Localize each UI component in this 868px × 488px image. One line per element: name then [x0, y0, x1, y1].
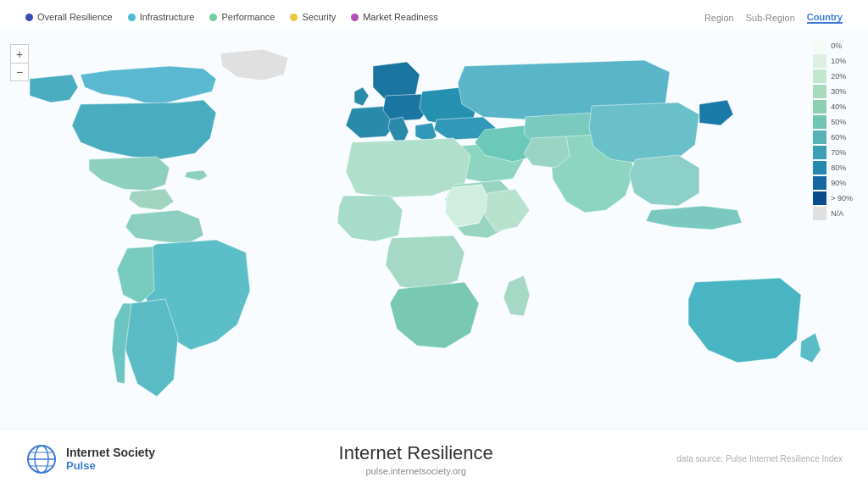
zoom-in-button[interactable]: + — [10, 44, 29, 63]
legend-security[interactable]: Security — [290, 12, 336, 22]
legend-dot-market — [351, 14, 359, 21]
logo-pulse: Pulse — [66, 459, 155, 472]
legend-dot-security — [290, 14, 298, 21]
scale-90: 90% — [813, 175, 853, 191]
filter-region[interactable]: Region — [704, 13, 734, 23]
zoom-controls: + − — [10, 44, 29, 81]
legend-label-infrastructure: Infrastructure — [140, 12, 195, 22]
scale-80: 80% — [813, 160, 853, 175]
scale-box-80 — [813, 161, 826, 175]
legend-dot-performance — [209, 14, 217, 21]
world-map[interactable] — [0, 0, 868, 488]
zoom-out-button[interactable]: − — [10, 63, 29, 81]
scale-box-40 — [813, 100, 826, 114]
scale-box-50 — [813, 115, 826, 129]
legend-label-performance: Performance — [221, 12, 275, 22]
color-scale-legend: 0% 10% 20% 30% 40% 50% 60% 70% 80% 90% >… — [813, 38, 853, 221]
scale-box-70 — [813, 146, 826, 159]
bottom-bar: Internet Society Pulse Internet Resilien… — [0, 429, 868, 488]
scale-60: 60% — [813, 130, 853, 145]
legend-performance[interactable]: Performance — [209, 12, 275, 22]
top-filter: Region Sub-Region Country — [704, 12, 843, 24]
scale-box-na — [813, 207, 826, 220]
filter-country[interactable]: Country — [807, 12, 843, 24]
map-container[interactable] — [0, 0, 868, 488]
legend-label-market: Market Readiness — [363, 12, 438, 22]
scale-box-90 — [813, 176, 826, 190]
logo-area: Internet Society Pulse — [25, 443, 155, 475]
filter-subregion[interactable]: Sub-Region — [746, 13, 795, 23]
scale-box-0 — [813, 39, 826, 53]
scale-40: 40% — [813, 99, 853, 114]
scale-box-60 — [813, 130, 826, 144]
legend-label-overall: Overall Resilience — [37, 12, 113, 22]
legend-dot-overall — [25, 14, 33, 21]
scale-na: N/A — [813, 206, 853, 221]
country-china[interactable] — [589, 103, 699, 164]
logo-icon — [25, 443, 58, 475]
top-legend: Overall Resilience Infrastructure Perfor… — [25, 12, 438, 22]
legend-infrastructure[interactable]: Infrastructure — [128, 12, 195, 22]
legend-market[interactable]: Market Readiness — [351, 12, 438, 22]
scale-box-30 — [813, 85, 826, 98]
scale-30: 30% — [813, 84, 853, 99]
scale-70: 70% — [813, 145, 853, 160]
logo-name: Internet Society — [66, 446, 155, 459]
scale-90plus: > 90% — [813, 191, 853, 206]
app-title: Internet Resilience — [339, 442, 493, 464]
app-url: pulse.internetsociety.org — [339, 466, 493, 476]
scale-20: 20% — [813, 69, 853, 84]
scale-50: 50% — [813, 114, 853, 130]
scale-box-10 — [813, 54, 826, 68]
scale-box-90plus — [813, 191, 826, 205]
scale-10: 10% — [813, 53, 853, 69]
logo-text: Internet Society Pulse — [66, 446, 155, 472]
legend-overall[interactable]: Overall Resilience — [25, 12, 113, 22]
data-source: data source: Pulse Internet Resilience I… — [676, 454, 843, 463]
legend-dot-infrastructure — [128, 14, 136, 21]
legend-label-security: Security — [302, 12, 336, 22]
scale-box-20 — [813, 69, 826, 83]
scale-0: 0% — [813, 38, 853, 53]
bottom-center: Internet Resilience pulse.internetsociet… — [339, 442, 493, 476]
